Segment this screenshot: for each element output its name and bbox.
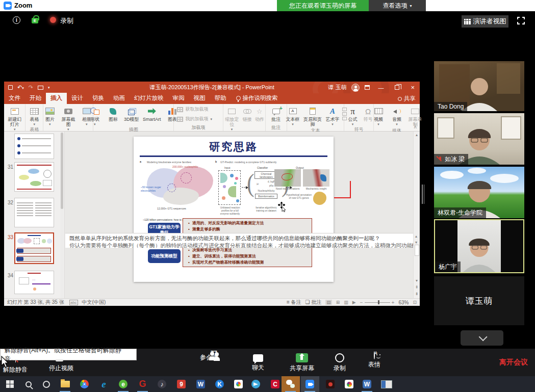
new-slide-button[interactable]: 新建幻灯片▾ [6, 106, 23, 131]
picture-button[interactable]: 图片▾ [41, 106, 59, 126]
equation-button[interactable]: π公式▾ [344, 106, 362, 126]
fullscreen-icon[interactable] [517, 17, 525, 24]
tab-transitions[interactable]: 切换 [88, 93, 109, 104]
record-button[interactable]: 录制 [334, 352, 346, 373]
video-button[interactable]: 视频▾ [370, 106, 387, 126]
reactions-button[interactable]: + 表情 [368, 352, 380, 369]
tab-insert[interactable]: 插入 [46, 93, 67, 104]
slide-thumbnail-30[interactable] [14, 134, 54, 159]
audio-button[interactable]: 音频▾ [388, 106, 405, 126]
green-browser-icon[interactable]: e [117, 378, 129, 390]
slideshow-view-icon[interactable]: ▶ [352, 300, 356, 305]
smartart-button[interactable]: SmartArt [141, 106, 163, 122]
notes-scroll-arrows[interactable]: ▴▾ [413, 233, 419, 246]
account-name[interactable]: 谭 玉萌 [328, 84, 346, 91]
speaker-view-button[interactable]: 演讲者视图 [462, 15, 508, 28]
restore-button[interactable] [395, 85, 399, 90]
wordart-button[interactable]: A艺术字▾ [324, 106, 341, 126]
table-button[interactable]: 表格▾ [26, 106, 43, 126]
notes-pane[interactable]: 既然单单从序列比对的系统发育分析方面，无法与酶的功能关联起来，那么通过哪些共同的… [65, 233, 413, 248]
slide-thumbnail-33[interactable] [14, 232, 54, 264]
screen-recorder-icon[interactable] [324, 378, 336, 390]
meeting-info-icon[interactable]: i [13, 16, 20, 24]
zoom-percentage[interactable]: 63% [398, 300, 409, 305]
media-player-icon[interactable]: ♪ [156, 378, 168, 390]
zoom-taskbar-icon[interactable] [304, 378, 316, 390]
tab-slideshow[interactable]: 幻灯片放映 [130, 93, 168, 104]
wps-icon[interactable]: W [361, 378, 373, 390]
tab-help[interactable]: 帮助 [210, 93, 231, 104]
previous-slide-button[interactable]: ⇞ [414, 285, 420, 290]
app-store-icon[interactable] [233, 378, 244, 390]
window-preview-icon[interactable] [380, 378, 392, 390]
sidebar-resize-grip[interactable] [422, 185, 425, 204]
shapes-button[interactable]: 形状▾ [86, 106, 104, 126]
tab-home[interactable]: 开始 [25, 93, 46, 104]
minimize-button[interactable]: — [375, 85, 387, 91]
language-indicator[interactable]: 中文(中国) [82, 299, 106, 306]
fit-to-window-icon[interactable]: ⊡ [413, 300, 417, 305]
red-browser-icon[interactable]: G [137, 378, 148, 390]
slide-thumbnail-31[interactable] [14, 162, 54, 192]
next-slide-button[interactable]: ⇟ [414, 292, 420, 296]
header-footer-button[interactable]: 页眉和页脚 [302, 106, 323, 127]
start-button[interactable] [4, 378, 16, 390]
slide-canvas[interactable]: 研究思路 a Modeling bisubstrate enzyme famil… [134, 137, 334, 282]
collapse-participants-button[interactable] [461, 330, 503, 346]
participant-tile[interactable]: 如冰 梁 [434, 113, 524, 165]
tab-design[interactable]: 设计 [67, 93, 88, 104]
telegram-icon[interactable] [250, 378, 262, 390]
callout-box-prediction[interactable]: 决策树等迭代学习算法 建立、训练算法，获得功能预测算法 实现对天然产物糖基转移酶… [183, 245, 312, 267]
participant-tile[interactable]: Tao Dong [434, 61, 524, 111]
cortana-icon[interactable] [40, 378, 52, 390]
leave-meeting-button[interactable]: 离开会议 [499, 358, 528, 367]
word-icon[interactable]: W [195, 378, 207, 390]
participant-tile-video-off[interactable]: 谭玉萌 [434, 276, 524, 325]
tab-animations[interactable]: 动画 [109, 93, 130, 104]
thumbnail-scrollbar[interactable] [60, 132, 64, 298]
normal-view-icon[interactable]: ▤ [325, 300, 332, 305]
textbox-button[interactable]: A文本框▾ [284, 106, 301, 126]
collapse-ribbon-icon[interactable]: ˄ [414, 124, 417, 130]
screenshot-button[interactable]: 屏幕截图▾ [60, 106, 77, 131]
slide-thumbnail-32[interactable] [14, 198, 54, 227]
icons-button[interactable]: 图标 [105, 106, 122, 122]
tab-view[interactable]: 视图 [189, 93, 210, 104]
zoom-slider[interactable]: −+ [360, 300, 395, 305]
participant-tile[interactable]: 林双君-生命学院 [434, 167, 524, 218]
file-explorer-icon[interactable] [59, 378, 71, 390]
zoom-links-button[interactable]: 缩放定位▾ [223, 106, 241, 131]
red-notes-app-icon[interactable]: 9 [175, 378, 187, 390]
scrollbar-thumb[interactable] [415, 245, 419, 256]
notes-toggle[interactable]: ≡ 备注 [287, 299, 301, 306]
ppt-share-button[interactable]: 共享 [398, 95, 416, 102]
get-addins-button[interactable]: 获取加载项 [177, 106, 222, 114]
3d-models-button[interactable]: 3D模型 [123, 106, 140, 122]
slide-scrollbar[interactable]: ▴ ▾ ⇞ ⇟ [413, 132, 420, 298]
view-options-dropdown[interactable]: 查看选项▾ [369, 0, 426, 11]
photos-app-icon[interactable] [343, 378, 355, 390]
action-button[interactable]: ☆动作 [254, 106, 265, 122]
comment-button[interactable]: 批注 [267, 106, 285, 122]
chrome-icon[interactable] [79, 378, 90, 390]
participant-tile-active-speaker[interactable]: 杨广宇 [434, 219, 524, 273]
wechat-icon[interactable] [285, 378, 296, 390]
participants-button[interactable]: 77 参会者 [200, 352, 218, 362]
red-c-app-icon[interactable]: C [269, 378, 281, 390]
search-icon[interactable] [22, 378, 34, 390]
callout-label-prediction[interactable]: 功能预测模型 [148, 249, 181, 263]
tab-review[interactable]: 审阅 [168, 93, 189, 104]
spellcheck-icon[interactable]: abc [69, 300, 78, 305]
comments-toggle[interactable]: ❏ 批注 [305, 299, 322, 306]
link-button[interactable]: 链接 [242, 106, 253, 122]
share-screen-button[interactable]: 共享屏幕 [290, 352, 314, 373]
avatar[interactable] [351, 84, 360, 92]
chat-button[interactable]: 聊天 [252, 352, 264, 372]
ribbon-display-options-icon[interactable] [365, 85, 370, 90]
slide-sorter-icon[interactable]: ⊞ [336, 300, 340, 305]
edge-icon[interactable]: e [98, 378, 110, 390]
k-app-icon[interactable]: K [214, 378, 225, 390]
my-addins-button[interactable]: 我的加载项▾ [177, 115, 222, 123]
tell-me-search[interactable]: 操作说明搜索 [231, 93, 283, 104]
slide-thumbnail-34[interactable]: ◦◦◦ [14, 271, 54, 294]
